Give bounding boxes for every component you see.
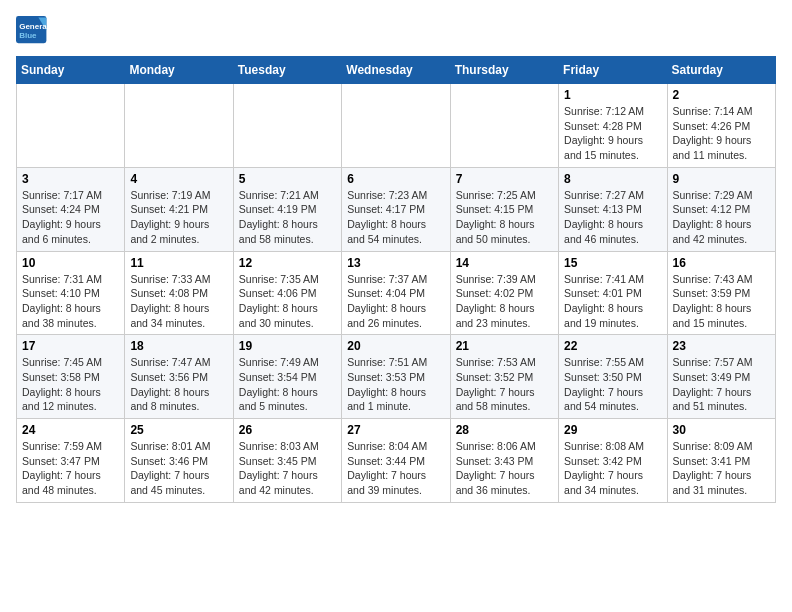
day-info: Sunrise: 7:35 AM Sunset: 4:06 PM Dayligh… [239,272,336,331]
day-number: 22 [564,339,661,353]
day-number: 29 [564,423,661,437]
page-header: General Blue [16,16,776,44]
calendar-cell: 8Sunrise: 7:27 AM Sunset: 4:13 PM Daylig… [559,167,667,251]
day-info: Sunrise: 7:53 AM Sunset: 3:52 PM Dayligh… [456,355,553,414]
day-number: 14 [456,256,553,270]
day-number: 17 [22,339,119,353]
calendar-cell [342,84,450,168]
logo-icon: General Blue [16,16,48,44]
day-number: 12 [239,256,336,270]
weekday-header-saturday: Saturday [667,57,775,84]
calendar-cell: 22Sunrise: 7:55 AM Sunset: 3:50 PM Dayli… [559,335,667,419]
calendar-cell: 15Sunrise: 7:41 AM Sunset: 4:01 PM Dayli… [559,251,667,335]
calendar-cell: 5Sunrise: 7:21 AM Sunset: 4:19 PM Daylig… [233,167,341,251]
calendar-cell: 12Sunrise: 7:35 AM Sunset: 4:06 PM Dayli… [233,251,341,335]
calendar-week-row: 1Sunrise: 7:12 AM Sunset: 4:28 PM Daylig… [17,84,776,168]
day-info: Sunrise: 7:41 AM Sunset: 4:01 PM Dayligh… [564,272,661,331]
svg-text:General: General [19,22,48,31]
logo: General Blue [16,16,50,44]
day-number: 10 [22,256,119,270]
calendar-cell: 6Sunrise: 7:23 AM Sunset: 4:17 PM Daylig… [342,167,450,251]
calendar-cell: 20Sunrise: 7:51 AM Sunset: 3:53 PM Dayli… [342,335,450,419]
day-number: 5 [239,172,336,186]
day-number: 8 [564,172,661,186]
day-number: 2 [673,88,770,102]
day-number: 18 [130,339,227,353]
day-info: Sunrise: 7:14 AM Sunset: 4:26 PM Dayligh… [673,104,770,163]
calendar-cell: 19Sunrise: 7:49 AM Sunset: 3:54 PM Dayli… [233,335,341,419]
calendar-cell: 1Sunrise: 7:12 AM Sunset: 4:28 PM Daylig… [559,84,667,168]
day-info: Sunrise: 7:23 AM Sunset: 4:17 PM Dayligh… [347,188,444,247]
calendar-week-row: 3Sunrise: 7:17 AM Sunset: 4:24 PM Daylig… [17,167,776,251]
calendar-cell: 18Sunrise: 7:47 AM Sunset: 3:56 PM Dayli… [125,335,233,419]
calendar-week-row: 10Sunrise: 7:31 AM Sunset: 4:10 PM Dayli… [17,251,776,335]
day-number: 25 [130,423,227,437]
day-number: 28 [456,423,553,437]
day-number: 19 [239,339,336,353]
day-number: 1 [564,88,661,102]
calendar-header-row: SundayMondayTuesdayWednesdayThursdayFrid… [17,57,776,84]
day-info: Sunrise: 7:49 AM Sunset: 3:54 PM Dayligh… [239,355,336,414]
day-info: Sunrise: 7:43 AM Sunset: 3:59 PM Dayligh… [673,272,770,331]
day-info: Sunrise: 8:06 AM Sunset: 3:43 PM Dayligh… [456,439,553,498]
day-number: 16 [673,256,770,270]
calendar-cell: 29Sunrise: 8:08 AM Sunset: 3:42 PM Dayli… [559,419,667,503]
day-number: 20 [347,339,444,353]
calendar-cell: 14Sunrise: 7:39 AM Sunset: 4:02 PM Dayli… [450,251,558,335]
day-info: Sunrise: 8:01 AM Sunset: 3:46 PM Dayligh… [130,439,227,498]
day-info: Sunrise: 7:21 AM Sunset: 4:19 PM Dayligh… [239,188,336,247]
calendar-cell [125,84,233,168]
day-info: Sunrise: 7:57 AM Sunset: 3:49 PM Dayligh… [673,355,770,414]
calendar-cell: 2Sunrise: 7:14 AM Sunset: 4:26 PM Daylig… [667,84,775,168]
day-number: 4 [130,172,227,186]
day-info: Sunrise: 7:27 AM Sunset: 4:13 PM Dayligh… [564,188,661,247]
calendar-cell: 3Sunrise: 7:17 AM Sunset: 4:24 PM Daylig… [17,167,125,251]
calendar-cell: 30Sunrise: 8:09 AM Sunset: 3:41 PM Dayli… [667,419,775,503]
day-info: Sunrise: 7:31 AM Sunset: 4:10 PM Dayligh… [22,272,119,331]
day-info: Sunrise: 8:04 AM Sunset: 3:44 PM Dayligh… [347,439,444,498]
calendar-cell: 9Sunrise: 7:29 AM Sunset: 4:12 PM Daylig… [667,167,775,251]
day-info: Sunrise: 7:25 AM Sunset: 4:15 PM Dayligh… [456,188,553,247]
day-number: 15 [564,256,661,270]
day-info: Sunrise: 7:17 AM Sunset: 4:24 PM Dayligh… [22,188,119,247]
day-number: 23 [673,339,770,353]
calendar-week-row: 17Sunrise: 7:45 AM Sunset: 3:58 PM Dayli… [17,335,776,419]
svg-text:Blue: Blue [19,31,37,40]
day-number: 30 [673,423,770,437]
calendar-cell: 11Sunrise: 7:33 AM Sunset: 4:08 PM Dayli… [125,251,233,335]
calendar-cell: 16Sunrise: 7:43 AM Sunset: 3:59 PM Dayli… [667,251,775,335]
day-info: Sunrise: 8:08 AM Sunset: 3:42 PM Dayligh… [564,439,661,498]
day-info: Sunrise: 8:03 AM Sunset: 3:45 PM Dayligh… [239,439,336,498]
calendar-cell [450,84,558,168]
day-number: 24 [22,423,119,437]
calendar-cell: 17Sunrise: 7:45 AM Sunset: 3:58 PM Dayli… [17,335,125,419]
day-info: Sunrise: 7:55 AM Sunset: 3:50 PM Dayligh… [564,355,661,414]
day-number: 3 [22,172,119,186]
day-info: Sunrise: 7:51 AM Sunset: 3:53 PM Dayligh… [347,355,444,414]
calendar-cell: 13Sunrise: 7:37 AM Sunset: 4:04 PM Dayli… [342,251,450,335]
day-info: Sunrise: 7:29 AM Sunset: 4:12 PM Dayligh… [673,188,770,247]
calendar-cell [233,84,341,168]
day-info: Sunrise: 7:59 AM Sunset: 3:47 PM Dayligh… [22,439,119,498]
day-number: 6 [347,172,444,186]
day-info: Sunrise: 7:33 AM Sunset: 4:08 PM Dayligh… [130,272,227,331]
calendar-week-row: 24Sunrise: 7:59 AM Sunset: 3:47 PM Dayli… [17,419,776,503]
day-number: 13 [347,256,444,270]
calendar-cell: 7Sunrise: 7:25 AM Sunset: 4:15 PM Daylig… [450,167,558,251]
day-info: Sunrise: 7:12 AM Sunset: 4:28 PM Dayligh… [564,104,661,163]
weekday-header-monday: Monday [125,57,233,84]
weekday-header-tuesday: Tuesday [233,57,341,84]
day-number: 27 [347,423,444,437]
day-info: Sunrise: 7:37 AM Sunset: 4:04 PM Dayligh… [347,272,444,331]
calendar-cell [17,84,125,168]
calendar-cell: 4Sunrise: 7:19 AM Sunset: 4:21 PM Daylig… [125,167,233,251]
weekday-header-thursday: Thursday [450,57,558,84]
calendar-cell: 26Sunrise: 8:03 AM Sunset: 3:45 PM Dayli… [233,419,341,503]
day-number: 9 [673,172,770,186]
weekday-header-friday: Friday [559,57,667,84]
weekday-header-sunday: Sunday [17,57,125,84]
day-number: 21 [456,339,553,353]
calendar-cell: 10Sunrise: 7:31 AM Sunset: 4:10 PM Dayli… [17,251,125,335]
day-info: Sunrise: 7:47 AM Sunset: 3:56 PM Dayligh… [130,355,227,414]
calendar-cell: 25Sunrise: 8:01 AM Sunset: 3:46 PM Dayli… [125,419,233,503]
